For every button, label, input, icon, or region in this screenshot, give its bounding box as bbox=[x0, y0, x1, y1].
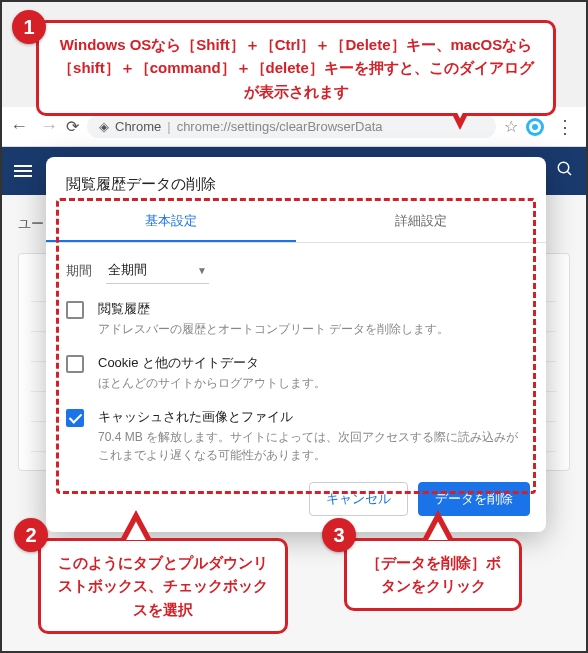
address-path: chrome://settings/clearBrowserData bbox=[177, 119, 383, 134]
callout-2-pointer-fill bbox=[126, 521, 146, 540]
option-cookies: Cookie と他のサイトデータ ほとんどのサイトからログアウトします。 bbox=[66, 354, 526, 392]
checkbox-history[interactable] bbox=[66, 301, 84, 319]
callout-badge-2: 2 bbox=[14, 518, 48, 552]
options-list: 閲覧履歴 アドレスバーの履歴とオートコンプリート データを削除します。 Cook… bbox=[66, 300, 526, 464]
tab-basic[interactable]: 基本設定 bbox=[46, 202, 296, 242]
option-desc: アドレスバーの履歴とオートコンプリート データを削除します。 bbox=[98, 320, 449, 338]
extension-icon[interactable] bbox=[526, 118, 544, 136]
callout-3: ［データを削除］ボタンをクリック bbox=[344, 538, 522, 611]
period-label: 期間 bbox=[66, 262, 92, 280]
hamburger-icon[interactable] bbox=[14, 165, 32, 177]
svg-line-1 bbox=[567, 171, 571, 175]
period-dropdown[interactable]: 全期間 ▼ bbox=[106, 257, 209, 284]
option-desc: 70.4 MB を解放します。サイトによっては、次回アクセスする際に読み込みがこ… bbox=[98, 428, 526, 464]
kebab-menu-icon[interactable]: ⋮ bbox=[552, 116, 578, 138]
chevron-down-icon: ▼ bbox=[197, 265, 207, 276]
search-icon[interactable] bbox=[556, 160, 574, 183]
forward-icon: → bbox=[40, 116, 58, 137]
dialog-title: 閲覧履歴データの削除 bbox=[46, 157, 546, 202]
svg-point-0 bbox=[558, 162, 569, 173]
checkbox-cache[interactable] bbox=[66, 409, 84, 427]
callout-3-pointer-fill bbox=[428, 521, 448, 540]
option-desc: ほとんどのサイトからログアウトします。 bbox=[98, 374, 326, 392]
option-title: Cookie と他のサイトデータ bbox=[98, 354, 326, 372]
option-history: 閲覧履歴 アドレスバーの履歴とオートコンプリート データを削除します。 bbox=[66, 300, 526, 338]
back-icon[interactable]: ← bbox=[10, 116, 28, 137]
callout-badge-3: 3 bbox=[322, 518, 356, 552]
option-cache: キャッシュされた画像とファイル 70.4 MB を解放します。サイトによっては、… bbox=[66, 408, 526, 464]
reload-icon[interactable]: ⟳ bbox=[66, 117, 79, 136]
callout-badge-1: 1 bbox=[12, 10, 46, 44]
option-title: キャッシュされた画像とファイル bbox=[98, 408, 526, 426]
dialog-body: 期間 全期間 ▼ 閲覧履歴 アドレスバーの履歴とオートコンプリート データを削除… bbox=[46, 243, 546, 470]
callout-2: このようにタブとプルダウンリストボックス、チェックボックスを選択 bbox=[38, 538, 288, 634]
address-app-label: Chrome bbox=[115, 119, 161, 134]
chrome-logo-icon: ◈ bbox=[99, 119, 109, 134]
period-row: 期間 全期間 ▼ bbox=[66, 257, 526, 284]
dialog-tabs: 基本設定 詳細設定 bbox=[46, 202, 546, 243]
callout-1: Windows OSなら［Shift］＋［Ctrl］＋［Delete］キー、ma… bbox=[36, 20, 556, 116]
address-bar[interactable]: ◈ Chrome | chrome://settings/clearBrowse… bbox=[87, 115, 496, 138]
period-value: 全期間 bbox=[108, 261, 147, 279]
cancel-button[interactable]: キャンセル bbox=[309, 482, 408, 516]
option-title: 閲覧履歴 bbox=[98, 300, 449, 318]
checkbox-cookies[interactable] bbox=[66, 355, 84, 373]
clear-data-dialog: 閲覧履歴データの削除 基本設定 詳細設定 期間 全期間 ▼ 閲覧履歴 アドレスバ… bbox=[46, 157, 546, 532]
tab-advanced[interactable]: 詳細設定 bbox=[296, 202, 546, 242]
nav-arrows: ← → bbox=[10, 116, 58, 137]
callout-1-pointer-fill bbox=[448, 94, 472, 118]
bookmark-star-icon[interactable]: ☆ bbox=[504, 117, 518, 136]
